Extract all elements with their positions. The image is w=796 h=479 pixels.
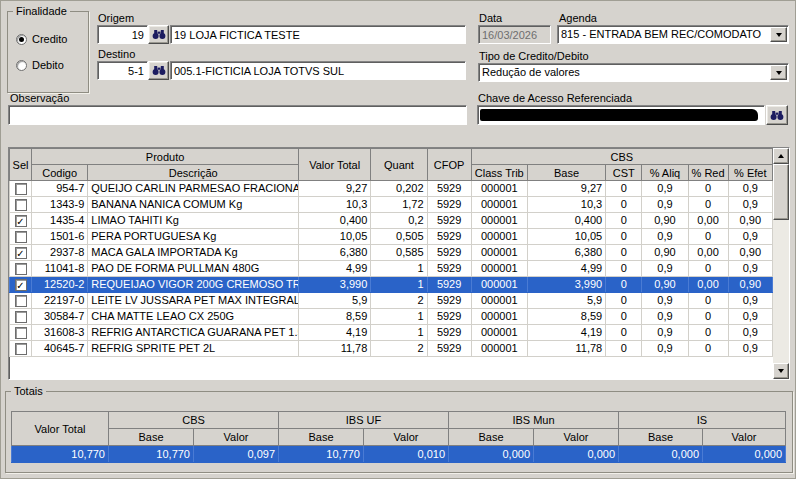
cell-red: 0 <box>688 229 728 245</box>
product-row[interactable]: 1501-6PERA PORTUGUESA Kg10,050,505592900… <box>10 229 773 245</box>
totals-ibsmun-valor: 0,000 <box>534 446 619 463</box>
scroll-up-button[interactable] <box>773 148 789 164</box>
header-efet: % Efet <box>728 165 772 181</box>
row-checkbox[interactable] <box>15 343 27 355</box>
chevron-down-icon <box>776 33 782 37</box>
totals-subheader-is-base: Base <box>619 429 703 446</box>
cell-valor_total: 9,27 <box>299 181 371 197</box>
cell-cfop: 5929 <box>427 181 471 197</box>
totals-ibsuf-valor: 0,010 <box>364 446 449 463</box>
product-row[interactable]: 22197-0LEITE LV JUSSARA PET MAX INTEGRAL… <box>10 293 773 309</box>
header-sel: Sel <box>10 149 32 181</box>
cell-descricao: LIMAO TAHITI Kg <box>88 213 299 229</box>
row-checkbox[interactable]: ✓ <box>15 215 27 227</box>
observacao-input[interactable] <box>8 105 467 125</box>
product-row[interactable]: ✓2937-8MACA GALA IMPORTADA Kg6,3800,5855… <box>10 245 773 261</box>
cell-codigo: 2937-8 <box>32 245 88 261</box>
scroll-down-button[interactable] <box>773 363 789 379</box>
row-select-cell <box>10 261 32 277</box>
cell-valor_total: 5,9 <box>299 293 371 309</box>
cell-valor_total: 0,400 <box>299 213 371 229</box>
totals-ibsmun-base: 0,000 <box>449 446 534 463</box>
redacted-chave-value <box>480 109 758 121</box>
cell-cst: 0 <box>606 309 642 325</box>
row-checkbox[interactable] <box>15 263 27 275</box>
scroll-thumb[interactable] <box>773 164 789 220</box>
cell-cst: 0 <box>606 341 642 357</box>
totals-cbs-valor: 0,097 <box>194 446 279 463</box>
data-value: 16/03/2026 <box>482 29 537 41</box>
cell-aliq: 0,9 <box>642 197 688 213</box>
grid-scrollbar[interactable] <box>773 148 789 379</box>
header-quant: Quant <box>371 149 427 181</box>
cell-class_trib: 000001 <box>471 277 527 293</box>
row-select-cell <box>10 325 32 341</box>
cell-valor_total: 6,380 <box>299 245 371 261</box>
agenda-dropdown-button[interactable] <box>770 27 787 42</box>
cell-red: 0,00 <box>688 245 728 261</box>
cell-red: 0 <box>688 309 728 325</box>
tipo-dropdown-button[interactable] <box>770 65 787 80</box>
cell-valor_total: 4,19 <box>299 325 371 341</box>
agenda-combobox[interactable]: 815 - ENTRADA BEM REC/COMODATO <box>557 25 789 44</box>
cell-class_trib: 000001 <box>471 293 527 309</box>
chave-lookup-button[interactable] <box>766 105 788 125</box>
chave-acesso-label: Chave de Acesso Referenciada <box>478 92 632 104</box>
cell-descricao: PAO DE FORMA PULLMAN 480G <box>88 261 299 277</box>
cell-quant: 1 <box>371 325 427 341</box>
chave-acesso-field[interactable] <box>477 105 765 125</box>
row-checkbox[interactable]: ✓ <box>15 247 27 259</box>
cell-efet: 0,90 <box>728 277 772 293</box>
totals-header-ibs-mun: IBS Mun <box>449 412 619 429</box>
destino-name-input[interactable] <box>170 61 466 80</box>
tipo-credito-debito-combobox[interactable]: Redução de valores <box>478 63 789 82</box>
debito-radio[interactable] <box>16 60 27 71</box>
origem-name-input[interactable] <box>170 25 466 44</box>
row-checkbox[interactable] <box>15 327 27 339</box>
product-row[interactable]: ✓12520-2REQUEIJAO VIGOR 200G CREMOSO TR3… <box>10 277 773 293</box>
cell-efet: 0,9 <box>728 181 772 197</box>
row-checkbox[interactable] <box>15 311 27 323</box>
header-produto: Produto <box>32 149 299 165</box>
cell-cfop: 5929 <box>427 197 471 213</box>
row-checkbox[interactable] <box>15 295 27 307</box>
product-row[interactable]: 1343-9BANANA NANICA COMUM Kg10,31,725929… <box>10 197 773 213</box>
cell-quant: 2 <box>371 293 427 309</box>
destino-code-input[interactable] <box>97 61 148 80</box>
binoculars-icon <box>152 29 166 40</box>
product-row[interactable]: 11041-8PAO DE FORMA PULLMAN 480G4,991592… <box>10 261 773 277</box>
row-checkbox[interactable] <box>15 183 27 195</box>
product-row[interactable]: 30584-7CHA MATTE LEAO CX 250G8,591592900… <box>10 309 773 325</box>
data-field: 16/03/2026 <box>478 25 551 44</box>
totals-row[interactable]: 10,770 10,770 0,097 10,770 0,010 0,000 0… <box>12 446 786 463</box>
product-row[interactable]: 40645-7REFRIG SPRITE PET 2L11,7825929000… <box>10 341 773 357</box>
cell-red: 0 <box>688 293 728 309</box>
product-row[interactable]: 954-7QUEIJO CARLIN PARMESAO FRACIONAI9,2… <box>10 181 773 197</box>
credito-radio-label: Credito <box>32 33 67 45</box>
totals-is-base: 0,000 <box>619 446 703 463</box>
product-grid: Sel Produto Valor Total Quant CFOP CBS C… <box>8 147 790 380</box>
row-checkbox[interactable] <box>15 231 27 243</box>
origem-label: Origem <box>98 12 134 24</box>
cell-descricao: REQUEIJAO VIGOR 200G CREMOSO TR <box>88 277 299 293</box>
cell-red: 0 <box>688 181 728 197</box>
debito-radio-option[interactable]: Debito <box>16 59 64 71</box>
origem-code-input[interactable] <box>97 25 148 44</box>
cell-red: 0,00 <box>688 277 728 293</box>
cell-aliq: 0,90 <box>642 277 688 293</box>
totals-ibsuf-base: 10,770 <box>279 446 364 463</box>
triangle-up-icon <box>778 154 784 158</box>
product-row[interactable]: 31608-3REFRIG ANTARCTICA GUARANA PET 1.5… <box>10 325 773 341</box>
row-checkbox[interactable]: ✓ <box>15 279 27 291</box>
origem-lookup-button[interactable] <box>148 25 169 44</box>
cell-class_trib: 000001 <box>471 309 527 325</box>
cell-quant: 0,505 <box>371 229 427 245</box>
row-checkbox[interactable] <box>15 199 27 211</box>
destino-lookup-button[interactable] <box>148 61 169 80</box>
credito-radio-option[interactable]: Credito <box>16 33 67 45</box>
cell-quant: 1 <box>371 277 427 293</box>
credito-radio[interactable] <box>16 34 27 45</box>
cell-cst: 0 <box>606 261 642 277</box>
product-row[interactable]: ✓1435-4LIMAO TAHITI Kg0,4000,25929000001… <box>10 213 773 229</box>
header-cst: CST <box>606 165 642 181</box>
